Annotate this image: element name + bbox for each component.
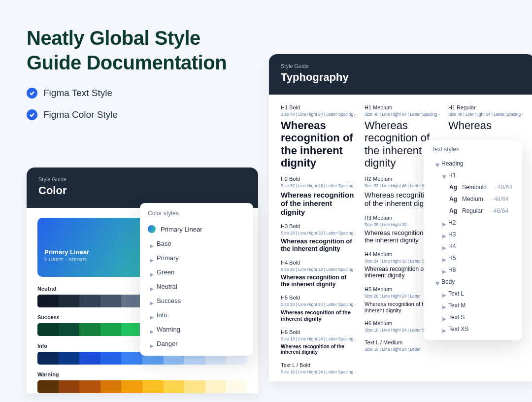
- ramp-step[interactable]: [37, 323, 59, 336]
- caret-icon: [150, 314, 153, 317]
- text-group-h4[interactable]: H4: [424, 240, 522, 252]
- ramp-step[interactable]: [59, 323, 80, 336]
- ramp-step[interactable]: [59, 352, 80, 365]
- color-group-label: Green: [157, 268, 174, 276]
- svg-marker-11: [442, 234, 446, 238]
- ramp-step[interactable]: [164, 380, 185, 393]
- ramp-label: Warning: [37, 371, 247, 377]
- typo-spec-name: Text L / Medium: [365, 339, 439, 345]
- text-group-h1[interactable]: H1: [424, 169, 522, 181]
- text-style-leaf[interactable]: AgRegular · 48/64: [424, 205, 522, 217]
- ramp-step[interactable]: [142, 380, 164, 393]
- ramp-step[interactable]: [121, 380, 142, 393]
- color-group-label: Base: [157, 240, 171, 247]
- svg-marker-15: [435, 282, 439, 286]
- typo-spec-meta: Size 48 | Line Hight 64 | Letter Spacing…: [448, 112, 523, 117]
- text-group-h6[interactable]: H6: [424, 264, 522, 276]
- text-group-body[interactable]: Body: [424, 276, 522, 288]
- caret-icon: [150, 257, 153, 260]
- ramp-step[interactable]: [226, 380, 247, 393]
- color-group-neutral[interactable]: Neutral: [140, 279, 253, 294]
- caret-icon: [150, 271, 153, 274]
- svg-marker-0: [150, 244, 154, 248]
- ramp-step[interactable]: [184, 380, 205, 393]
- ramp-step[interactable]: [79, 380, 100, 393]
- ramp-step[interactable]: [59, 380, 80, 393]
- svg-marker-3: [150, 287, 154, 291]
- ramp-step[interactable]: [100, 380, 122, 393]
- ramp-step[interactable]: [100, 323, 122, 336]
- ramp-step[interactable]: [100, 295, 122, 307]
- text-group-h2[interactable]: H2: [424, 217, 522, 229]
- typo-spec-name: H2 Bold: [281, 176, 356, 182]
- check-row: Figma Text Style: [27, 88, 118, 99]
- typo-sample-text: Whereas recognition of the inherent dign…: [281, 119, 356, 169]
- typo-spec-block: H1 Regular Size 48 | Line Hight 64 | Let…: [448, 104, 523, 132]
- typo-spec-meta: Size 16 | Line Hight 24 | Letter Spacing…: [281, 369, 356, 374]
- typo-sample-text: Whereas recognition of the inherent dign…: [281, 274, 356, 288]
- caret-icon: [150, 285, 153, 288]
- color-group-warning[interactable]: Warning: [140, 322, 253, 336]
- caret-icon: [150, 328, 153, 331]
- typo-sample-text: Whereas recognition of the inherent dign…: [281, 191, 356, 216]
- typo-sample-text: Whereas: [448, 119, 523, 132]
- typo-spec-block: Text L / Bold Size 16 | Line Hight 24 | …: [281, 362, 356, 374]
- panel-title: Typhography: [281, 71, 523, 84]
- ramp-step[interactable]: [37, 295, 59, 307]
- color-group-green[interactable]: Green: [140, 265, 253, 279]
- text-style-leaf[interactable]: AgMedium · 48/64: [424, 193, 522, 205]
- color-group-label: Primary: [157, 254, 179, 262]
- color-group-danger[interactable]: Danger: [140, 336, 253, 351]
- typo-sample-text: Whereas recognition of the inherent dign…: [281, 344, 356, 355]
- typo-spec-meta: Size 24 | Line Hight 32 | Letter Spacing…: [281, 267, 356, 272]
- color-group-label: Danger: [157, 340, 178, 347]
- color-style-primary-linear[interactable]: Primary Linear: [140, 222, 253, 236]
- color-group-label: Warning: [157, 326, 180, 333]
- caret-icon: [442, 328, 445, 331]
- check-label: Figma Color Style: [43, 109, 118, 120]
- typo-spec-block: H3 Bold Size 28 | Line Hight 32 | Letter…: [281, 223, 356, 253]
- ramp-step[interactable]: [59, 295, 80, 307]
- typo-column: H1 Bold Size 48 | Line Hight 64 | Letter…: [281, 104, 356, 381]
- typo-sample-text: Whereas recognition of the inherent dign…: [281, 238, 356, 253]
- ramp-step[interactable]: [37, 380, 59, 393]
- text-group-body-item[interactable]: Text S: [424, 311, 522, 323]
- check-icon: [27, 109, 37, 120]
- color-group-primary[interactable]: Primary: [140, 251, 253, 265]
- panel-title: Color: [38, 184, 246, 197]
- text-group-h5[interactable]: H5: [424, 252, 522, 264]
- ramp-step[interactable]: [79, 295, 100, 307]
- typo-spec-name: H4 Bold: [281, 260, 356, 266]
- typo-spec-meta: Size 48 | Line Hight 64 | Letter Spacing…: [281, 112, 356, 117]
- typo-spec-name: H1 Regular: [448, 104, 523, 110]
- text-group-body-item[interactable]: Text XS: [424, 323, 522, 335]
- text-group-heading[interactable]: Heading: [424, 158, 522, 169]
- ramp-step[interactable]: [121, 352, 142, 365]
- text-group-body-item[interactable]: Text M: [424, 300, 522, 311]
- check-label: Figma Text Style: [43, 88, 112, 99]
- title-line-1: Neatly Global Style: [27, 27, 200, 49]
- color-styles-popover: Color styles Primary Linear Base Primary…: [140, 203, 253, 356]
- caret-icon: [442, 257, 445, 260]
- ramp-step[interactable]: [79, 352, 100, 365]
- ramp-step[interactable]: [121, 295, 142, 307]
- ramp-step[interactable]: [79, 323, 100, 336]
- typo-spec-block: H6 Bold Size 18 | Line Hight 24 | Letter…: [281, 329, 356, 355]
- color-group-info[interactable]: Info: [140, 308, 253, 322]
- text-group-h3[interactable]: H3: [424, 229, 522, 240]
- color-group-success[interactable]: Success: [140, 294, 253, 308]
- text-styles-popover: Text stylesHeadingH1AgSemibold · 48/64Ag…: [424, 140, 522, 340]
- ramp-step[interactable]: [205, 380, 227, 393]
- color-group-base[interactable]: Base: [140, 236, 253, 251]
- ramp-step[interactable]: [100, 352, 122, 365]
- typo-spec-name: H1 Medium: [365, 104, 439, 110]
- typo-spec-meta: Size 16 | Line Hight 24 | Letter: [365, 347, 439, 352]
- ramp-step[interactable]: [121, 323, 142, 336]
- ramp-step[interactable]: [37, 352, 59, 365]
- text-style-leaf[interactable]: AgSemibold · 48/64: [424, 181, 522, 193]
- text-group-body-item[interactable]: Text L: [424, 288, 522, 300]
- caret-icon: [150, 242, 153, 245]
- svg-marker-4: [150, 302, 154, 305]
- caret-icon: [442, 316, 445, 319]
- typo-spec-name: H5 Bold: [281, 295, 356, 301]
